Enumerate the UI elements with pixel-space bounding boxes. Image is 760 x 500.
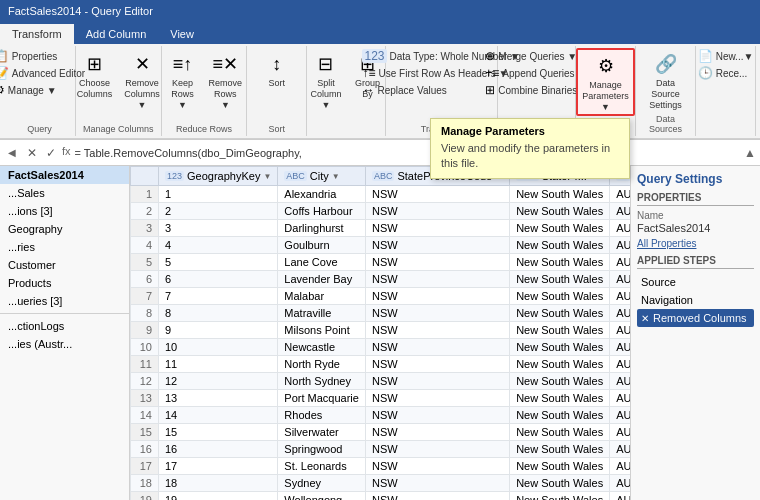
title-text: FactSales2014 - Query Editor xyxy=(8,5,153,17)
sort-label: Sort xyxy=(269,78,286,89)
sort-button[interactable]: ↕ Sort xyxy=(259,48,295,91)
step-removed-columns[interactable]: ✕ Removed Columns xyxy=(637,309,754,327)
tooltip-title: Manage Parameters xyxy=(441,125,619,137)
tab-add-column[interactable]: Add Column xyxy=(74,24,159,44)
sidebar-item-factsales2014[interactable]: FactSales2014 xyxy=(0,166,129,184)
data-source-settings-button[interactable]: 🔗 Data Source Settings xyxy=(642,48,689,112)
table-cell: 19 xyxy=(159,492,278,500)
sidebar-item-actionlogs[interactable]: ...ctionLogs xyxy=(0,317,129,335)
row-number: 18 xyxy=(131,475,159,492)
choose-columns-button[interactable]: ⊞ Choose Columns xyxy=(73,48,117,102)
new-button[interactable]: 📄 New...▼ xyxy=(695,48,757,64)
step-source[interactable]: Source xyxy=(637,273,754,291)
sidebar-item-products[interactable]: Products xyxy=(0,274,129,292)
row-number: 4 xyxy=(131,237,159,254)
formula-check-icon[interactable]: ✓ xyxy=(43,145,59,161)
geographykey-dropdown[interactable]: ▼ xyxy=(263,172,271,181)
sidebar-item-ions[interactable]: ...ions [3] xyxy=(0,202,129,220)
first-row-icon: ↑≡ xyxy=(362,66,375,80)
table-row: 88MatravilleNSWNew South WalesAU xyxy=(131,305,631,322)
split-column-button[interactable]: ⊟ Split Column ▼ xyxy=(306,48,345,112)
append-queries-button[interactable]: +≡ Append Queries ▼ xyxy=(482,65,590,81)
table-cell: 8 xyxy=(159,305,278,322)
sidebar-item-ies-austr[interactable]: ...ies (Austr... xyxy=(0,335,129,353)
sidebar-item-sales[interactable]: ...Sales xyxy=(0,184,129,202)
table-cell: NSW xyxy=(365,220,509,237)
table-cell: New South Wales xyxy=(510,288,610,305)
col-header-geographykey[interactable]: 123 GeographyKey ▼ xyxy=(159,167,278,186)
formula-bar-input[interactable] xyxy=(75,147,741,159)
all-properties-link[interactable]: All Properties xyxy=(637,238,754,249)
table-row: 33DarlinghurstNSWNew South WalesAU xyxy=(131,220,631,237)
tooltip-popup: Manage Parameters View and modify the pa… xyxy=(430,118,630,179)
table-cell: New South Wales xyxy=(510,339,610,356)
merge-queries-button[interactable]: ⊕ Merge Queries ▼ xyxy=(482,48,590,64)
table-cell: AU xyxy=(610,203,630,220)
step-navigation-label: Navigation xyxy=(641,294,693,306)
table-cell: New South Wales xyxy=(510,220,610,237)
data-table: 123 GeographyKey ▼ ABC City ▼ xyxy=(130,166,630,500)
remove-rows-button[interactable]: ≡✕ Remove Rows ▼ xyxy=(206,48,245,112)
ribbon-tabs: Transform Add Column View xyxy=(0,22,760,44)
table-row: 11AlexandriaNSWNew South WalesAU xyxy=(131,186,631,203)
advanced-editor-icon: 📝 xyxy=(0,66,9,80)
formula-expand-icon[interactable]: ▲ xyxy=(744,146,756,160)
remove-rows-label: Remove Rows ▼ xyxy=(209,78,243,110)
table-row: 1010NewcastleNSWNew South WalesAU xyxy=(131,339,631,356)
table-row: 44GoulburnNSWNew South WalesAU xyxy=(131,237,631,254)
table-cell: AU xyxy=(610,475,630,492)
table-cell: Springwood xyxy=(278,441,366,458)
manage-icon: ⚙ xyxy=(0,83,5,97)
sidebar-item-geography[interactable]: Geography xyxy=(0,220,129,238)
table-cell: St. Leonards xyxy=(278,458,366,475)
append-queries-label: Append Queries ▼ xyxy=(502,68,587,79)
recent-button[interactable]: 🕒 Rece... xyxy=(695,65,757,81)
row-number: 14 xyxy=(131,407,159,424)
sidebar-item-ries[interactable]: ...ries xyxy=(0,238,129,256)
ribbon-group-data-sources: 🔗 Data Source Settings Data Sources xyxy=(636,46,696,136)
table-cell: NSW xyxy=(365,424,509,441)
formula-cancel-icon[interactable]: ✕ xyxy=(24,145,40,161)
table-cell: AU xyxy=(610,424,630,441)
city-dropdown[interactable]: ▼ xyxy=(332,172,340,181)
table-row: 1414RhodesNSWNew South WalesAU xyxy=(131,407,631,424)
table-cell: New South Wales xyxy=(510,424,610,441)
table-cell: NSW xyxy=(365,186,509,203)
keep-rows-button[interactable]: ≡↑ Keep Rows ▼ xyxy=(163,48,202,112)
row-num-header xyxy=(131,167,159,186)
table-cell: New South Wales xyxy=(510,407,610,424)
tab-view[interactable]: View xyxy=(158,24,206,44)
keep-rows-icon: ≡↑ xyxy=(169,50,197,78)
table-cell: NSW xyxy=(365,288,509,305)
table-cell: AU xyxy=(610,322,630,339)
formula-bar: ◀ ✕ ✓ fx ▲ xyxy=(0,140,760,166)
sidebar-item-queries3[interactable]: ...ueries [3] xyxy=(0,292,129,310)
choose-columns-label: Choose Columns xyxy=(77,78,113,100)
geographykey-label: GeographyKey xyxy=(187,170,260,182)
formula-bar-toggle[interactable]: ◀ xyxy=(4,146,20,159)
table-cell: 5 xyxy=(159,254,278,271)
table-cell: New South Wales xyxy=(510,492,610,500)
query-group-label: Query xyxy=(27,124,52,134)
table-cell: AU xyxy=(610,305,630,322)
table-row: 55Lane CoveNSWNew South WalesAU xyxy=(131,254,631,271)
table-cell: 3 xyxy=(159,220,278,237)
col-header-city[interactable]: ABC City ▼ xyxy=(278,167,366,186)
ribbon-group-query: 📋 Properties 📝 Advanced Editor ⚙ Manage … xyxy=(4,46,76,136)
table-cell: AU xyxy=(610,356,630,373)
sidebar-item-customer[interactable]: Customer xyxy=(0,256,129,274)
table-cell: 16 xyxy=(159,441,278,458)
table-cell: 9 xyxy=(159,322,278,339)
table-cell: 14 xyxy=(159,407,278,424)
step-navigation[interactable]: Navigation xyxy=(637,291,754,309)
remove-columns-button[interactable]: ✕ Remove Columns ▼ xyxy=(120,48,164,112)
data-sources-group-label: Data Sources xyxy=(642,114,689,134)
data-source-icon: 🔗 xyxy=(652,50,680,78)
combine-binaries-button[interactable]: ⊞ Combine Binaries xyxy=(482,82,590,98)
table-cell: 2 xyxy=(159,203,278,220)
grid-area[interactable]: 123 GeographyKey ▼ ABC City ▼ xyxy=(130,166,630,500)
manage-parameters-button[interactable]: ⚙ Manage Parameters ▼ xyxy=(576,48,635,116)
tab-transform[interactable]: Transform xyxy=(0,24,74,44)
combine-binaries-icon: ⊞ xyxy=(485,83,495,97)
table-row: 66Lavender BayNSWNew South WalesAU xyxy=(131,271,631,288)
